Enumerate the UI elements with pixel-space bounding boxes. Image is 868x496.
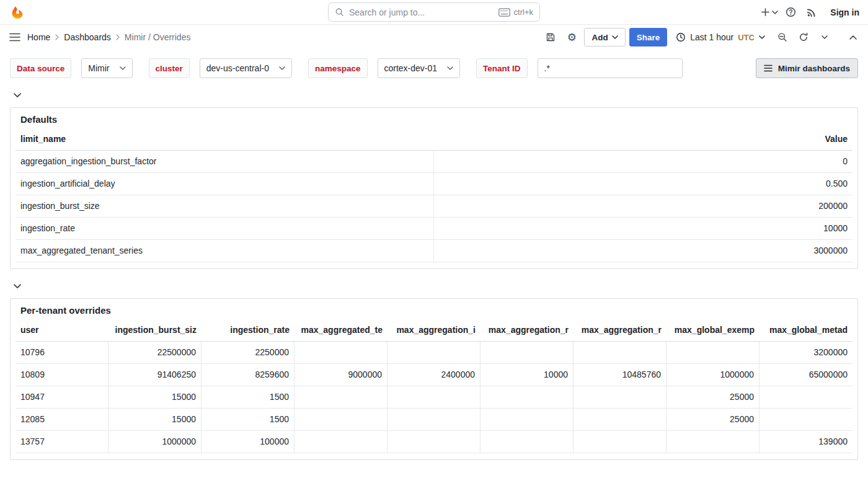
- defaults-panel: Defaults limit_nameValueaggregation_inge…: [10, 107, 858, 269]
- search-icon: [335, 7, 344, 17]
- refresh-icon: [799, 32, 808, 42]
- mimir-dashboards-label: Mimir dashboards: [778, 64, 850, 73]
- column-header[interactable]: max_aggregation_i: [388, 319, 480, 342]
- table-row: aggregation_ingestion_burst_factor0: [16, 151, 852, 173]
- row-collapse-button[interactable]: [14, 93, 21, 98]
- new-button[interactable]: [761, 4, 778, 21]
- mimir-dashboards-button[interactable]: Mimir dashboards: [756, 58, 858, 78]
- collapse-toolbar-button[interactable]: [844, 29, 862, 46]
- hamburger-icon: [9, 33, 20, 42]
- table-cell: ingestion_artificial_delay: [16, 173, 434, 195]
- chevron-down-icon: [120, 66, 126, 70]
- column-header[interactable]: max_aggregation_r: [574, 319, 666, 342]
- save-dashboard-button[interactable]: [542, 29, 559, 46]
- breadcrumb-item-home[interactable]: Home: [27, 32, 50, 42]
- add-button[interactable]: Add: [584, 28, 625, 46]
- table-cell: [294, 409, 388, 431]
- refresh-button[interactable]: [795, 29, 812, 46]
- table-cell: [388, 386, 480, 409]
- table-cell: [388, 431, 480, 453]
- chevron-right-icon: [116, 34, 120, 40]
- sign-in-button[interactable]: Sign in: [830, 7, 859, 17]
- zoom-out-button[interactable]: [774, 29, 791, 46]
- namespace-label: namespace: [308, 58, 368, 78]
- panel-title: Per-tenant overrides: [20, 305, 111, 316]
- column-header[interactable]: limit_name: [16, 128, 434, 151]
- table-cell: [760, 409, 852, 431]
- share-button[interactable]: Share: [629, 28, 668, 46]
- add-button-label: Add: [591, 33, 608, 42]
- table-cell: 100000: [202, 431, 294, 453]
- question-circle-icon: [786, 7, 796, 17]
- data-source-label: Data source: [10, 58, 71, 78]
- chevron-down-icon: [772, 11, 778, 14]
- table-cell: 0: [434, 151, 852, 173]
- table-cell: 12085: [16, 409, 108, 431]
- table-cell: [666, 342, 760, 364]
- column-header[interactable]: Value: [434, 128, 852, 151]
- dashboard-settings-button[interactable]: ⚙: [563, 29, 580, 46]
- table-row: ingestion_artificial_delay0.500: [16, 173, 852, 195]
- table-cell: [480, 342, 574, 364]
- panel-header[interactable]: Defaults: [11, 108, 857, 127]
- chevron-down-icon: [447, 66, 453, 70]
- table-cell: [388, 342, 480, 364]
- grafana-flame-icon: [10, 5, 25, 20]
- tenant-id-input[interactable]: [538, 58, 683, 78]
- table-row: 137571000000100000139000: [16, 431, 852, 453]
- top-navigation-bar: Search or jump to... ctrl+k: [0, 0, 868, 25]
- column-header[interactable]: max_aggregated_te: [294, 319, 388, 342]
- column-header[interactable]: user: [16, 319, 108, 342]
- panel-title: Defaults: [20, 114, 57, 125]
- search-input[interactable]: Search or jump to... ctrl+k: [328, 2, 540, 22]
- variables-row: Data source Mimir cluster dev-us-central…: [10, 58, 858, 78]
- table-row: 1208515000150025000: [16, 409, 852, 431]
- table-row: 107962250000022500003200000: [16, 342, 852, 364]
- table-row: 1080991406250825960090000002400000100001…: [16, 364, 852, 386]
- table-cell: [480, 409, 574, 431]
- table-cell: 10000: [480, 364, 574, 386]
- grafana-logo[interactable]: [9, 4, 26, 21]
- refresh-interval-dropdown[interactable]: [816, 29, 833, 46]
- table-cell: [574, 342, 666, 364]
- table-cell: [294, 386, 388, 409]
- data-source-select[interactable]: Mimir: [81, 58, 132, 78]
- table-cell: ingestion_rate: [16, 218, 434, 240]
- table-cell: 3000000: [434, 240, 852, 262]
- filter-namespace: namespace cortex-dev-01: [308, 58, 460, 78]
- menu-toggle-button[interactable]: [6, 29, 24, 46]
- column-header[interactable]: ingestion_burst_siz: [108, 319, 202, 342]
- filter-data-source: Data source Mimir: [10, 58, 133, 78]
- table-cell: 65000000: [760, 364, 852, 386]
- row-collapse-button[interactable]: [14, 284, 21, 289]
- panel-header[interactable]: Per-tenant overrides: [11, 299, 857, 318]
- column-header[interactable]: max_global_metad: [760, 319, 852, 342]
- news-button[interactable]: [803, 4, 820, 21]
- dashboard-toolbar: Home Dashboards Mimir / Overrides ⚙ Add …: [0, 25, 868, 50]
- chevron-down-icon: [279, 66, 285, 70]
- table-cell: max_aggregated_tenant_series: [16, 240, 434, 262]
- column-header[interactable]: max_global_exemp: [666, 319, 760, 342]
- column-header[interactable]: max_aggregation_r: [480, 319, 574, 342]
- table-header-row: limit_nameValue: [16, 128, 852, 151]
- cluster-select[interactable]: dev-us-central-0: [200, 58, 292, 78]
- table-cell: 22500000: [108, 342, 202, 364]
- time-picker-button[interactable]: Last 1 hour UTC: [671, 28, 770, 46]
- help-button[interactable]: [782, 4, 799, 21]
- breadcrumb-item-dashboards[interactable]: Dashboards: [64, 32, 111, 42]
- column-header[interactable]: ingestion_rate: [202, 319, 294, 342]
- table-cell: [480, 386, 574, 409]
- table-cell: [574, 409, 666, 431]
- table-cell: [388, 409, 480, 431]
- namespace-select[interactable]: cortex-dev-01: [378, 58, 461, 78]
- namespace-value: cortex-dev-01: [384, 63, 438, 73]
- dashboard-row-header: [10, 279, 858, 294]
- gear-icon: ⚙: [567, 32, 577, 43]
- table-cell: [294, 431, 388, 453]
- overrides-table: useringestion_burst_sizingestion_ratemax…: [11, 318, 857, 459]
- table-header-row: useringestion_burst_sizingestion_ratemax…: [16, 319, 852, 342]
- breadcrumb-current: Mimir / Overrides: [125, 32, 191, 42]
- table-cell: 0.500: [434, 173, 852, 195]
- table-cell: 91406250: [108, 364, 202, 386]
- table-cell: 3200000: [760, 342, 852, 364]
